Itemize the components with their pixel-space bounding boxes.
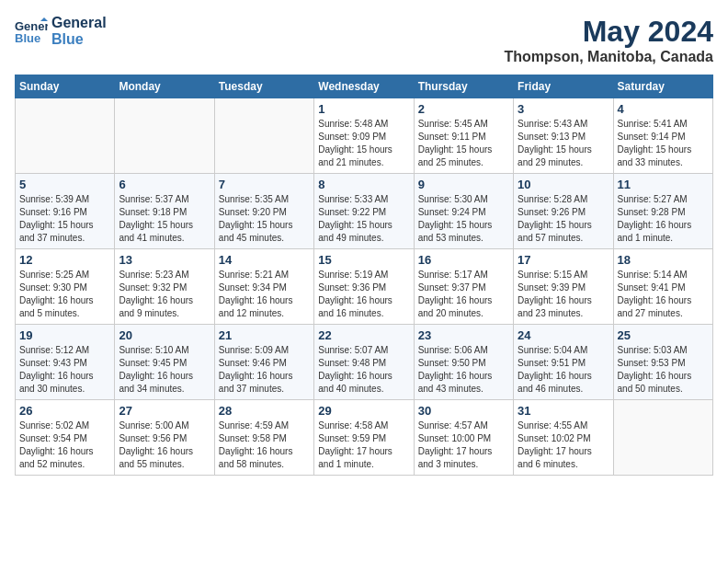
day-number: 19	[19, 328, 110, 342]
header-cell-wednesday: Wednesday	[314, 75, 414, 98]
calendar-cell: 26Sunrise: 5:02 AMSunset: 9:54 PMDayligh…	[16, 400, 115, 476]
calendar-cell: 18Sunrise: 5:14 AMSunset: 9:41 PMDayligh…	[613, 249, 712, 325]
calendar-cell: 15Sunrise: 5:19 AMSunset: 9:36 PMDayligh…	[314, 249, 414, 325]
calendar-week-4: 19Sunrise: 5:12 AMSunset: 9:43 PMDayligh…	[16, 325, 713, 400]
calendar-cell: 21Sunrise: 5:09 AMSunset: 9:46 PMDayligh…	[214, 325, 313, 400]
day-detail: Sunrise: 5:27 AMSunset: 9:28 PMDaylight:…	[618, 193, 709, 245]
calendar-week-1: 1Sunrise: 5:48 AMSunset: 9:09 PMDaylight…	[16, 98, 713, 174]
day-number: 28	[219, 404, 310, 418]
day-number: 3	[518, 102, 609, 116]
day-detail: Sunrise: 5:35 AMSunset: 9:20 PMDaylight:…	[219, 193, 310, 245]
calendar-cell: 22Sunrise: 5:07 AMSunset: 9:48 PMDayligh…	[314, 325, 414, 400]
day-number: 10	[518, 178, 609, 191]
day-detail: Sunrise: 4:55 AMSunset: 10:02 PMDaylight…	[518, 419, 609, 471]
day-number: 26	[19, 404, 110, 418]
page-header: General Blue General Blue May 2024 Thomp…	[15, 15, 713, 65]
day-number: 30	[418, 404, 509, 418]
day-detail: Sunrise: 5:02 AMSunset: 9:54 PMDaylight:…	[19, 419, 110, 471]
calendar-cell: 29Sunrise: 4:58 AMSunset: 9:59 PMDayligh…	[314, 400, 414, 476]
calendar-week-2: 5Sunrise: 5:39 AMSunset: 9:16 PMDaylight…	[16, 174, 713, 249]
day-number: 12	[19, 253, 110, 267]
svg-text:Blue: Blue	[15, 31, 40, 45]
day-number: 27	[119, 404, 210, 418]
calendar-cell: 23Sunrise: 5:06 AMSunset: 9:50 PMDayligh…	[414, 325, 513, 400]
calendar-cell: 11Sunrise: 5:27 AMSunset: 9:28 PMDayligh…	[613, 174, 712, 249]
calendar-header: SundayMondayTuesdayWednesdayThursdayFrid…	[16, 75, 713, 98]
day-number: 15	[318, 253, 409, 267]
day-number: 21	[219, 328, 310, 342]
logo: General Blue General Blue	[15, 15, 107, 48]
header-cell-monday: Monday	[115, 75, 214, 98]
day-number: 9	[418, 178, 509, 191]
day-detail: Sunrise: 4:58 AMSunset: 9:59 PMDaylight:…	[318, 419, 409, 471]
day-number: 16	[418, 253, 509, 267]
day-detail: Sunrise: 5:09 AMSunset: 9:46 PMDaylight:…	[219, 344, 310, 396]
day-number: 8	[318, 178, 409, 191]
calendar-week-3: 12Sunrise: 5:25 AMSunset: 9:30 PMDayligh…	[16, 249, 713, 325]
calendar-table: SundayMondayTuesdayWednesdayThursdayFrid…	[15, 75, 713, 476]
calendar-cell: 14Sunrise: 5:21 AMSunset: 9:34 PMDayligh…	[214, 249, 313, 325]
day-detail: Sunrise: 5:15 AMSunset: 9:39 PMDaylight:…	[518, 269, 609, 320]
calendar-cell: 7Sunrise: 5:35 AMSunset: 9:20 PMDaylight…	[214, 174, 313, 249]
calendar-cell: 10Sunrise: 5:28 AMSunset: 9:26 PMDayligh…	[514, 174, 613, 249]
calendar-cell: 28Sunrise: 4:59 AMSunset: 9:58 PMDayligh…	[214, 400, 313, 476]
day-detail: Sunrise: 5:17 AMSunset: 9:37 PMDaylight:…	[418, 269, 509, 320]
day-detail: Sunrise: 5:00 AMSunset: 9:56 PMDaylight:…	[119, 419, 210, 471]
calendar-cell: 13Sunrise: 5:23 AMSunset: 9:32 PMDayligh…	[115, 249, 214, 325]
header-cell-sunday: Sunday	[16, 75, 115, 98]
logo-line1: General	[51, 15, 107, 31]
calendar-body: 1Sunrise: 5:48 AMSunset: 9:09 PMDaylight…	[16, 98, 713, 476]
day-detail: Sunrise: 5:14 AMSunset: 9:41 PMDaylight:…	[618, 269, 709, 320]
day-detail: Sunrise: 5:04 AMSunset: 9:51 PMDaylight:…	[518, 344, 609, 396]
day-detail: Sunrise: 5:28 AMSunset: 9:26 PMDaylight:…	[518, 193, 609, 245]
calendar-cell	[214, 98, 313, 174]
day-detail: Sunrise: 5:23 AMSunset: 9:32 PMDaylight:…	[119, 269, 210, 320]
title-block: May 2024 Thompson, Manitoba, Canada	[504, 15, 713, 65]
day-number: 14	[219, 253, 310, 267]
calendar-cell: 3Sunrise: 5:43 AMSunset: 9:13 PMDaylight…	[514, 98, 613, 174]
logo-icon: General Blue	[15, 17, 48, 45]
day-detail: Sunrise: 5:45 AMSunset: 9:11 PMDaylight:…	[418, 118, 509, 169]
calendar-cell: 24Sunrise: 5:04 AMSunset: 9:51 PMDayligh…	[514, 325, 613, 400]
calendar-week-5: 26Sunrise: 5:02 AMSunset: 9:54 PMDayligh…	[16, 400, 713, 476]
day-detail: Sunrise: 5:25 AMSunset: 9:30 PMDaylight:…	[19, 269, 110, 320]
header-cell-tuesday: Tuesday	[214, 75, 313, 98]
calendar-cell: 27Sunrise: 5:00 AMSunset: 9:56 PMDayligh…	[115, 400, 214, 476]
calendar-cell: 25Sunrise: 5:03 AMSunset: 9:53 PMDayligh…	[613, 325, 712, 400]
calendar-cell: 19Sunrise: 5:12 AMSunset: 9:43 PMDayligh…	[16, 325, 115, 400]
day-number: 23	[418, 328, 509, 342]
calendar-cell: 4Sunrise: 5:41 AMSunset: 9:14 PMDaylight…	[613, 98, 712, 174]
day-detail: Sunrise: 5:43 AMSunset: 9:13 PMDaylight:…	[518, 118, 609, 169]
day-detail: Sunrise: 5:06 AMSunset: 9:50 PMDaylight:…	[418, 344, 509, 396]
calendar-cell: 2Sunrise: 5:45 AMSunset: 9:11 PMDaylight…	[414, 98, 513, 174]
day-detail: Sunrise: 5:03 AMSunset: 9:53 PMDaylight:…	[618, 344, 709, 396]
calendar-cell: 8Sunrise: 5:33 AMSunset: 9:22 PMDaylight…	[314, 174, 414, 249]
main-title: May 2024	[504, 15, 713, 49]
calendar-cell: 17Sunrise: 5:15 AMSunset: 9:39 PMDayligh…	[514, 249, 613, 325]
calendar-cell: 30Sunrise: 4:57 AMSunset: 10:00 PMDaylig…	[414, 400, 513, 476]
calendar-cell: 31Sunrise: 4:55 AMSunset: 10:02 PMDaylig…	[514, 400, 613, 476]
day-detail: Sunrise: 5:19 AMSunset: 9:36 PMDaylight:…	[318, 269, 409, 320]
calendar-cell: 9Sunrise: 5:30 AMSunset: 9:24 PMDaylight…	[414, 174, 513, 249]
day-number: 7	[219, 178, 310, 191]
day-number: 2	[418, 102, 509, 116]
day-number: 17	[518, 253, 609, 267]
day-number: 11	[618, 178, 709, 191]
day-detail: Sunrise: 4:57 AMSunset: 10:00 PMDaylight…	[418, 419, 509, 471]
day-detail: Sunrise: 5:41 AMSunset: 9:14 PMDaylight:…	[618, 118, 709, 169]
header-cell-saturday: Saturday	[613, 75, 712, 98]
header-row: SundayMondayTuesdayWednesdayThursdayFrid…	[16, 75, 713, 98]
day-detail: Sunrise: 5:21 AMSunset: 9:34 PMDaylight:…	[219, 269, 310, 320]
day-detail: Sunrise: 4:59 AMSunset: 9:58 PMDaylight:…	[219, 419, 310, 471]
day-number: 5	[19, 178, 110, 191]
day-number: 25	[618, 328, 709, 342]
day-number: 22	[318, 328, 409, 342]
calendar-cell: 12Sunrise: 5:25 AMSunset: 9:30 PMDayligh…	[16, 249, 115, 325]
day-detail: Sunrise: 5:33 AMSunset: 9:22 PMDaylight:…	[318, 193, 409, 245]
day-detail: Sunrise: 5:07 AMSunset: 9:48 PMDaylight:…	[318, 344, 409, 396]
calendar-cell	[115, 98, 214, 174]
day-detail: Sunrise: 5:12 AMSunset: 9:43 PMDaylight:…	[19, 344, 110, 396]
day-number: 13	[119, 253, 210, 267]
calendar-cell: 1Sunrise: 5:48 AMSunset: 9:09 PMDaylight…	[314, 98, 414, 174]
day-number: 29	[318, 404, 409, 418]
